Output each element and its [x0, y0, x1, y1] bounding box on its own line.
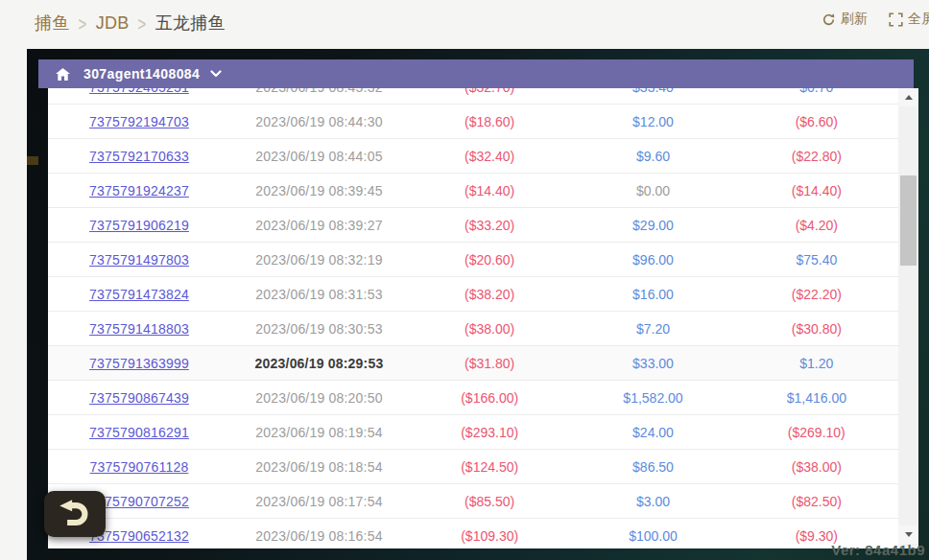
version-label: Ver: 84a41b9	[831, 542, 925, 558]
agent-header-bar: 307agent1408084	[38, 59, 914, 88]
amount-cell: $100.00	[571, 528, 734, 544]
transaction-id-link[interactable]: 7375791473824	[89, 287, 189, 302]
jdb-floating-logo-button[interactable]	[44, 491, 106, 537]
transaction-id-link[interactable]: 7375790761128	[90, 459, 189, 475]
table-row: 73757921706332023/06/19 08:44:05($32.40)…	[48, 139, 898, 174]
amount-cell: ($32.70)	[408, 88, 571, 95]
datetime-cell: 2023/06/19 08:31:53	[230, 287, 408, 302]
amount-cell: ($38.00)	[408, 321, 571, 337]
refresh-icon	[822, 12, 836, 27]
amount-cell: $0.70	[735, 88, 898, 95]
table-row: 73757919242372023/06/19 08:39:45($14.40)…	[48, 174, 898, 208]
transaction-id-link[interactable]: 7375791418803	[89, 321, 189, 337]
amount-cell: $86.50	[571, 459, 734, 475]
transaction-id-cell: 7375791906219	[48, 218, 230, 233]
scrollbar-up-button[interactable]	[898, 88, 918, 106]
transaction-id-link[interactable]: 7375791906219	[89, 218, 189, 233]
amount-cell: $96.00	[571, 252, 734, 268]
datetime-cell: 2023/06/19 08:39:27	[230, 218, 408, 233]
amount-cell: ($85.50)	[408, 494, 571, 509]
amount-cell: $12.00	[571, 114, 734, 129]
refresh-label: 刷新	[841, 11, 868, 28]
amount-cell: $16.00	[571, 287, 734, 302]
transaction-id-link[interactable]: 7375792170633	[89, 149, 189, 164]
amount-cell: ($30.80)	[735, 321, 898, 337]
transaction-id-cell: 7375790867439	[48, 390, 230, 406]
transaction-id-link[interactable]: 7375792194703	[89, 114, 189, 129]
transaction-id-cell: 7375791418803	[48, 321, 230, 337]
background-artifact	[27, 156, 38, 165]
dimmed-game-background: 307agent1408084 73757924652512023/06/19 …	[27, 49, 929, 560]
transaction-id-link[interactable]: 7375792465251	[89, 88, 189, 95]
refresh-button[interactable]: 刷新	[822, 11, 868, 28]
transaction-id-link[interactable]: 7375791497803	[89, 252, 189, 268]
amount-cell: $3.00	[571, 494, 734, 509]
transaction-id-link[interactable]: 7375791924237	[89, 183, 189, 198]
table-row: 73757914978032023/06/19 08:32:19($20.60)…	[48, 243, 898, 277]
table-row: 73757908674392023/06/19 08:20:50($166.00…	[48, 381, 898, 415]
amount-cell: $7.20	[571, 321, 734, 337]
datetime-cell: 2023/06/19 08:32:19	[230, 252, 408, 268]
amount-cell: ($269.10)	[735, 425, 898, 440]
breadcrumb-item-fishing[interactable]: 捕鱼	[35, 12, 70, 35]
datetime-cell: 2023/06/19 08:44:30	[230, 114, 408, 129]
jdb-logo-icon	[53, 495, 97, 534]
datetime-cell: 2023/06/19 08:16:54	[230, 528, 408, 544]
amount-cell: ($32.40)	[408, 149, 571, 164]
amount-cell: ($109.30)	[408, 528, 571, 544]
breadcrumb-item-jdb[interactable]: JDB	[96, 13, 130, 34]
amount-cell: ($14.40)	[408, 183, 571, 198]
fullscreen-icon	[889, 12, 903, 27]
amount-cell: ($20.60)	[408, 252, 571, 268]
amount-cell: ($38.00)	[735, 459, 898, 475]
datetime-cell: 2023/06/19 08:17:54	[230, 494, 408, 509]
chevron-down-icon[interactable]	[210, 70, 222, 78]
transaction-id-cell: 7375792194703	[48, 114, 230, 129]
datetime-cell: 2023/06/19 08:18:54	[230, 459, 408, 475]
transactions-table: 73757924652512023/06/19 08:45:32($32.70)…	[48, 88, 898, 548]
amount-cell: ($38.20)	[408, 287, 571, 302]
fullscreen-label: 全屏	[908, 11, 929, 28]
amount-cell: ($14.40)	[735, 183, 898, 198]
breadcrumb-separator: >	[138, 12, 147, 34]
amount-cell: $1,582.00	[571, 390, 734, 406]
transaction-id-cell: 7375791363999	[48, 356, 230, 371]
breadcrumb-item-current: 五龙捕鱼	[155, 12, 226, 35]
triangle-up-icon	[905, 95, 913, 100]
agent-id-dropdown[interactable]: 307agent1408084	[83, 66, 200, 82]
amount-cell: ($33.20)	[408, 218, 571, 233]
breadcrumb-separator: >	[79, 12, 87, 34]
table-row: 73757906521322023/06/19 08:16:54($109.30…	[48, 519, 898, 548]
transaction-id-link[interactable]: 7375790867439	[89, 390, 189, 406]
transaction-id-link[interactable]: 7375791363999	[89, 356, 189, 371]
amount-cell: ($22.20)	[735, 287, 898, 302]
transaction-id-cell: 7375791924237	[48, 183, 230, 198]
transaction-id-cell: 7375791497803	[48, 252, 230, 268]
home-icon[interactable]	[56, 68, 70, 81]
amount-cell: ($31.80)	[408, 356, 571, 371]
amount-cell: $29.00	[571, 218, 734, 233]
transaction-id-cell: 7375790816291	[48, 425, 230, 440]
fullscreen-button[interactable]: 全屏	[889, 11, 929, 28]
transaction-id-link[interactable]: 7375790816291	[89, 425, 189, 440]
table-row: 73757924652512023/06/19 08:45:32($32.70)…	[48, 88, 898, 105]
scrollbar-thumb[interactable]	[900, 175, 917, 266]
transaction-id-cell: 7375790761128	[48, 459, 230, 475]
amount-cell: $1,416.00	[735, 390, 898, 406]
table-row: 73757914188032023/06/19 08:30:53($38.00)…	[48, 312, 898, 346]
amount-cell: $9.60	[571, 149, 734, 164]
datetime-cell: 2023/06/19 08:45:32	[230, 88, 408, 95]
table-row: 73757908162912023/06/19 08:19:54($293.10…	[48, 415, 898, 450]
amount-cell: ($166.00)	[408, 390, 571, 406]
amount-cell: ($6.60)	[735, 114, 898, 129]
amount-cell: $33.40	[571, 88, 734, 95]
vertical-scrollbar[interactable]	[898, 88, 918, 548]
top-bar: 捕鱼 > JDB > 五龙捕鱼 刷新	[0, 0, 929, 49]
amount-cell: ($293.10)	[408, 425, 571, 440]
table-row: 73757919062192023/06/19 08:39:27($33.20)…	[48, 208, 898, 243]
amount-cell: ($82.50)	[735, 494, 898, 509]
amount-cell: $0.00	[571, 183, 734, 198]
amount-cell: ($18.60)	[408, 114, 571, 129]
table-row: 73757913639992023/06/19 08:29:53($31.80)…	[48, 346, 898, 381]
amount-cell: ($4.20)	[735, 218, 898, 233]
